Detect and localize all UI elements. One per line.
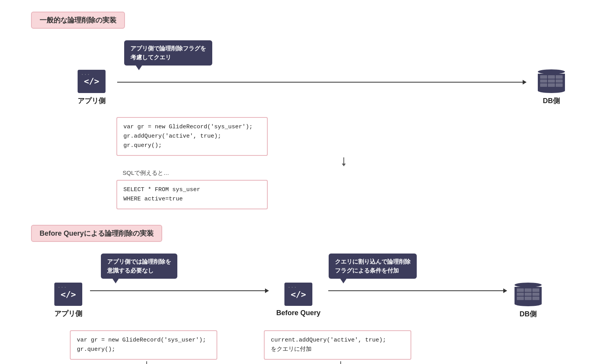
section2-bq-label: Before Query <box>276 309 321 317</box>
section2-arrow1 <box>90 290 269 291</box>
section1-code1: var gr = new GlideRecord('sys_user'); gr… <box>116 117 268 156</box>
section2-db-icon <box>515 283 542 306</box>
section1-diagram-row: </> アプリ側 <box>78 69 565 105</box>
section1-app-icon-group: </> アプリ側 <box>78 70 106 105</box>
section1-code-icon: </> <box>78 70 106 93</box>
section2-code-icon-app: </> <box>54 283 82 306</box>
section2-right-codes: current.addQuery('active', true); をクエリに付… <box>264 330 411 364</box>
section1-code2: SELECT * FROM sys_user WHERE active=true <box>116 180 268 209</box>
section2-code-right1: current.addQuery('active', true); をクエリに付… <box>264 330 411 360</box>
section2: Before Queryによる論理削除の実装 アプリ側では論理削除を 意識する必… <box>31 225 565 364</box>
section2-app-icon-group: </> アプリ側 <box>54 283 82 318</box>
section2-app-label: アプリ側 <box>54 309 82 318</box>
section2-diagram-row: </> アプリ側 </> Before Query <box>54 283 542 319</box>
section1-callout: アプリ側で論理削除フラグを 考慮してクエリ <box>124 40 212 66</box>
section1-app-label: アプリ側 <box>78 96 106 105</box>
section2-db-label: DB側 <box>520 309 537 319</box>
section1-arrow-down1 <box>123 157 565 166</box>
section1: 一般的な論理削除の実装 アプリ側で論理削除フラグを 考慮してクエリ </> アプ… <box>31 12 565 209</box>
section2-arrow-down-left <box>76 361 217 364</box>
section2-title: Before Queryによる論理削除の実装 <box>31 225 162 242</box>
section2-bq-icon-group: </> Before Query <box>276 283 321 317</box>
section2-arrow2 <box>328 290 507 291</box>
section2-code-left1: var gr = new GlideRecord('sys_user'); gr… <box>70 330 217 360</box>
section1-code-area: var gr = new GlideRecord('sys_user'); gr… <box>31 117 565 209</box>
section2-arrow-down-right <box>270 361 411 364</box>
section2-callout-right: クエリに割り込んで論理削除 フラグによる条件を付加 <box>329 254 417 279</box>
section1-sql-note: SQLで例えると… <box>123 169 565 177</box>
section2-db-icon-group: DB側 <box>515 283 542 319</box>
section2-code-icon-bq: </> <box>284 283 312 306</box>
section1-arrow <box>117 82 526 83</box>
section2-callout-left: アプリ側では論理削除を 意識する必要なし <box>101 254 177 279</box>
section1-db-icon-group: DB側 <box>538 69 565 105</box>
section1-db-label: DB側 <box>543 96 560 105</box>
section1-db-icon <box>538 69 565 93</box>
section2-left-codes: var gr = new GlideRecord('sys_user'); gr… <box>70 330 217 364</box>
section2-code-area: var gr = new GlideRecord('sys_user'); gr… <box>31 330 565 364</box>
section1-title: 一般的な論理削除の実装 <box>31 12 125 29</box>
